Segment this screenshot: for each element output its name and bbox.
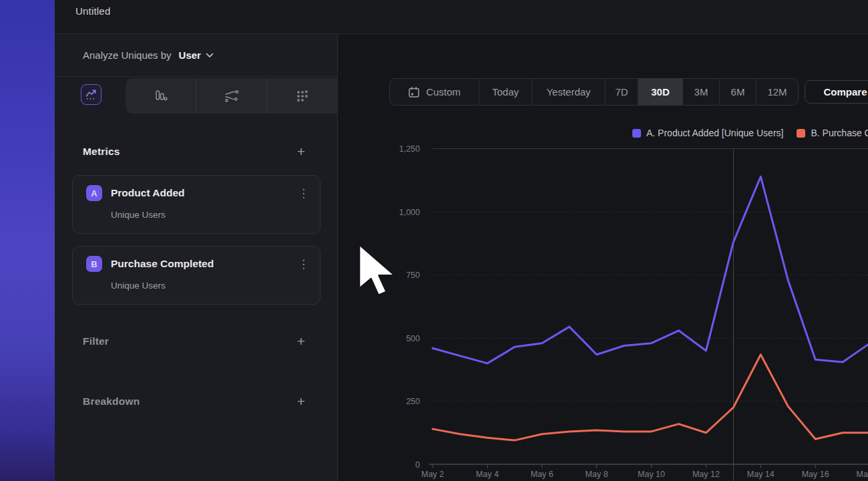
tab-flow-chart[interactable] <box>196 78 266 114</box>
x-axis-tick-label: May 6 <box>531 470 554 479</box>
chart-panel: Custom Today Yesterday 7D 30D 3M 6M 12M … <box>339 34 868 481</box>
y-axis-tick-label: 750 <box>406 271 420 280</box>
metric-menu-button[interactable]: ⋮ <box>298 259 309 270</box>
chart-type-tabs <box>55 77 337 114</box>
app-window: { "window": { "title": "Untitled" }, "si… <box>0 0 868 481</box>
x-axis-tick-label: May 2 <box>421 470 444 479</box>
sidebar: Analyze Uniques by User <box>55 34 338 481</box>
breakdown-heading: Breakdown <box>83 395 140 408</box>
y-axis-tick-label: 500 <box>406 334 420 343</box>
filter-heading: Filter <box>83 335 109 347</box>
chart-type-tabs-panel <box>126 78 337 114</box>
chart-axes <box>429 464 868 468</box>
metric-subtitle: Unique Users <box>111 281 309 291</box>
add-breakdown-button[interactable]: + <box>297 395 305 408</box>
line-chart: 02505007501,0001,250May 2May 4May 6May 8… <box>339 34 868 481</box>
left-gradient-panel <box>0 0 55 481</box>
metrics-section-header: Metrics + <box>83 142 305 162</box>
metric-title: Purchase Completed <box>111 258 298 270</box>
metric-card-purchase-completed[interactable]: B Purchase Completed ⋮ Unique Users <box>72 246 320 305</box>
line-chart-icon <box>85 88 97 101</box>
page-title: Untitled <box>55 0 110 17</box>
tab-bar-chart[interactable] <box>126 78 196 114</box>
x-axis-tick-label: May 10 <box>638 470 665 479</box>
x-axis-tick-label: May 4 <box>476 470 499 479</box>
series-line-product-added <box>433 176 868 363</box>
tab-grid-dots-chart[interactable] <box>266 78 337 114</box>
y-axis-tick-label: 250 <box>406 397 420 406</box>
y-axis-tick-label: 1,000 <box>399 208 420 217</box>
analyze-by-label: Analyze Uniques by <box>83 49 172 61</box>
metric-badge-a: A <box>86 185 102 201</box>
grid-dots-icon <box>295 89 310 104</box>
metric-card-product-added[interactable]: A Product Added ⋮ Unique Users <box>72 175 320 234</box>
analyze-by-value: User <box>179 49 201 61</box>
y-axis-tick-label: 0 <box>415 460 420 470</box>
add-metric-button[interactable]: + <box>297 145 305 158</box>
flow-chart-icon <box>224 89 240 104</box>
metrics-heading: Metrics <box>83 146 120 158</box>
metric-title: Product Added <box>111 187 298 199</box>
series-line-purchase-completed <box>433 355 868 440</box>
x-axis-tick-label: May 16 <box>802 470 829 479</box>
metric-badge-b: B <box>86 256 102 272</box>
y-axis-tick-label: 1,250 <box>399 144 420 154</box>
x-axis-tick-label: May 8 <box>586 470 608 479</box>
analyze-by-selector[interactable]: User <box>179 49 214 61</box>
chevron-down-icon <box>206 53 214 58</box>
add-filter-button[interactable]: + <box>297 335 305 348</box>
tab-line-chart[interactable] <box>81 84 101 105</box>
chart-series <box>433 176 868 440</box>
x-axis-tick-label: May 12 <box>692 470 720 479</box>
bar-chart-icon <box>154 89 168 104</box>
metric-subtitle: Unique Users <box>111 210 309 220</box>
filter-section-header: Filter + <box>83 331 305 351</box>
analyze-by-row: Analyze Uniques by User <box>55 34 337 77</box>
metric-menu-button[interactable]: ⋮ <box>298 188 309 199</box>
app-topbar: Untitled <box>55 0 868 34</box>
chart-axis-labels: 02505007501,0001,250May 2May 4May 6May 8… <box>399 144 868 478</box>
x-axis-tick-label: May 18 <box>857 470 868 479</box>
breakdown-section-header: Breakdown + <box>83 391 305 412</box>
x-axis-tick-label: May 14 <box>747 470 775 479</box>
